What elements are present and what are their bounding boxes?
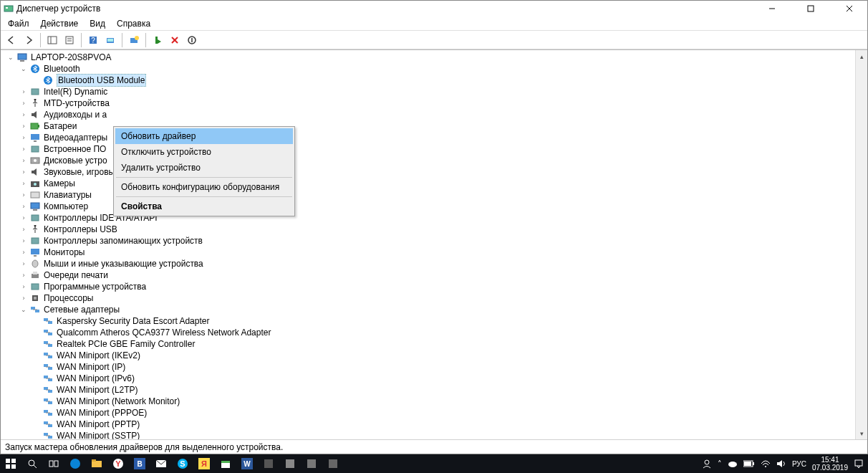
tree-node[interactable]: ›MTD-устройства	[4, 97, 855, 109]
tray-cloud-icon[interactable]	[728, 460, 738, 467]
tree-node[interactable]: WAN Miniport (Network Monitor)	[4, 396, 855, 407]
taskbar-edge-icon[interactable]	[64, 454, 86, 473]
vertical-scrollbar[interactable]: ▴ ▾	[855, 50, 867, 439]
tree-node[interactable]: ›Мониторы	[4, 247, 855, 258]
tree-node[interactable]: Qualcomm Atheros QCA9377 Wireless Networ…	[4, 327, 855, 338]
tray-clock[interactable]: 15:41 07.03.2019	[812, 456, 848, 472]
menu-action[interactable]: Действие	[35, 17, 85, 30]
disable-device-button[interactable]	[184, 32, 200, 48]
expand-icon[interactable]: ›	[19, 145, 28, 153]
context-menu-item[interactable]: Удалить устройство	[115, 160, 293, 176]
context-menu-item[interactable]: Свойства	[115, 199, 293, 214]
scroll-down-button[interactable]: ▾	[856, 427, 867, 439]
help-button[interactable]: ?	[85, 32, 101, 48]
expand-icon[interactable]: ›	[19, 156, 28, 165]
tree-node[interactable]: ›Аудиовходы и а	[4, 109, 855, 120]
tree-node[interactable]: WAN Miniport (PPTP)	[4, 419, 855, 430]
expand-icon[interactable]: ›	[19, 214, 28, 222]
taskbar-explorer-icon[interactable]	[86, 454, 107, 473]
expand-icon[interactable]: ›	[19, 110, 28, 119]
forward-button[interactable]	[21, 32, 37, 48]
tree-node[interactable]: ⌄LAPTOP-20S8PVOA	[4, 52, 855, 63]
expand-icon[interactable]: ›	[19, 271, 28, 280]
maximize-button[interactable]	[799, 1, 823, 16]
tree-node[interactable]: ›Программные устройства	[4, 281, 855, 292]
context-menu-item[interactable]: Отключить устройство	[115, 144, 293, 160]
taskbar-app2-icon[interactable]	[279, 454, 301, 473]
tree-node[interactable]: WAN Miniport (IP)	[4, 361, 855, 373]
taskbar-skype-icon[interactable]: S	[172, 454, 193, 473]
task-view-button[interactable]	[43, 454, 64, 473]
taskbar-vk-icon[interactable]: B	[129, 454, 150, 473]
minimize-button[interactable]	[760, 1, 784, 16]
taskbar-yandex2-icon[interactable]: Я	[193, 454, 215, 473]
collapse-icon[interactable]: ⌄	[19, 64, 28, 73]
show-hide-tree-button[interactable]	[44, 32, 60, 48]
tree-node[interactable]: WAN Miniport (IPv6)	[4, 373, 855, 384]
taskbar-yandex-icon[interactable]: Y	[107, 454, 129, 473]
expand-icon[interactable]: ›	[19, 122, 28, 130]
tray-language[interactable]: РУС	[792, 460, 806, 468]
tree-node[interactable]: ›Intel(R) Dynamic	[4, 86, 855, 97]
tray-battery-icon[interactable]	[743, 460, 755, 467]
menu-view[interactable]: Вид	[84, 17, 111, 30]
tray-volume-icon[interactable]	[776, 459, 786, 468]
device-tree[interactable]: ⌄LAPTOP-20S8PVOA⌄BluetoothBluetooth USB …	[1, 50, 855, 439]
expand-icon[interactable]: ›	[19, 225, 28, 234]
menu-file[interactable]: Файл	[2, 17, 35, 30]
expand-icon[interactable]: ›	[19, 202, 28, 211]
tree-node[interactable]: Kaspersky Security Data Escort Adapter	[4, 315, 855, 327]
context-menu-item[interactable]: Обновить драйвер	[115, 128, 293, 144]
taskbar-app-icon[interactable]	[258, 454, 279, 473]
svg-line-92	[34, 465, 37, 468]
tree-node[interactable]: WAN Miniport (L2TP)	[4, 384, 855, 396]
tree-node[interactable]: ⌄Сетевые адаптеры	[4, 304, 855, 315]
tray-wifi-icon[interactable]	[761, 459, 771, 468]
scroll-up-button[interactable]: ▴	[856, 50, 867, 62]
expand-icon[interactable]: ›	[19, 99, 28, 108]
taskbar-mail-icon[interactable]	[150, 454, 172, 473]
expand-icon[interactable]: ›	[19, 87, 28, 96]
scan-hardware-button[interactable]	[102, 32, 118, 48]
tree-node[interactable]: ›Мыши и иные указывающие устройства	[4, 258, 855, 269]
taskbar-app4-icon[interactable]	[322, 454, 344, 473]
svg-rect-17	[155, 37, 158, 44]
tree-node[interactable]: ›Очереди печати	[4, 269, 855, 281]
tree-node[interactable]: ›Контроллеры USB	[4, 224, 855, 235]
tree-node[interactable]: ⌄Bluetooth	[4, 63, 855, 75]
start-button[interactable]	[0, 454, 21, 473]
uninstall-device-button[interactable]	[167, 32, 183, 48]
expand-icon[interactable]: ›	[19, 179, 28, 188]
context-menu-item[interactable]: Обновить конфигурацию оборудования	[115, 179, 293, 195]
taskbar-app3-icon[interactable]	[301, 454, 322, 473]
enable-device-button[interactable]	[150, 32, 165, 48]
taskbar-word-icon[interactable]: W	[236, 454, 258, 473]
properties-button[interactable]	[62, 32, 77, 48]
tree-node[interactable]: ›Контроллеры запоминающих устройств	[4, 235, 855, 247]
tray-notifications-icon[interactable]	[854, 459, 864, 469]
expand-icon[interactable]: ›	[19, 248, 28, 257]
expand-icon[interactable]: ›	[19, 294, 28, 302]
tray-chevron-up-icon[interactable]: ˄	[718, 459, 722, 469]
expand-icon[interactable]: ›	[19, 168, 28, 176]
search-button[interactable]	[21, 454, 43, 473]
expand-icon[interactable]: ›	[19, 259, 28, 268]
close-button[interactable]	[837, 1, 862, 16]
expand-icon[interactable]: ›	[19, 282, 28, 291]
update-driver-button[interactable]	[126, 32, 142, 48]
tree-node[interactable]: WAN Miniport (PPPOE)	[4, 407, 855, 419]
collapse-icon[interactable]: ⌄	[19, 305, 28, 314]
tree-node[interactable]: WAN Miniport (SSTP)	[4, 430, 855, 439]
back-button[interactable]	[4, 32, 19, 48]
tree-node[interactable]: Realtek PCIe GBE Family Controller	[4, 338, 855, 350]
menu-help[interactable]: Справка	[111, 17, 156, 30]
tree-node[interactable]: Bluetooth USB Module	[4, 75, 855, 86]
taskbar-store-icon[interactable]	[215, 454, 236, 473]
collapse-icon[interactable]: ⌄	[6, 53, 15, 62]
tray-people-icon[interactable]	[702, 459, 712, 469]
tree-node[interactable]: WAN Miniport (IKEv2)	[4, 350, 855, 361]
expand-icon[interactable]: ›	[19, 191, 28, 199]
expand-icon[interactable]: ›	[19, 236, 28, 245]
expand-icon[interactable]: ›	[19, 133, 28, 142]
tree-node[interactable]: ›Процессоры	[4, 292, 855, 304]
